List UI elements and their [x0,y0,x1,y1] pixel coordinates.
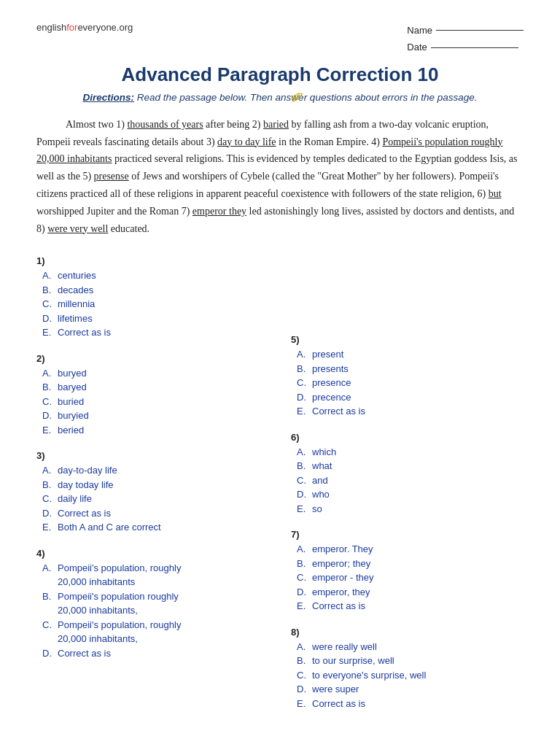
q6-number: 6) [291,432,524,443]
q6-option-a: A.which [291,445,524,460]
q8-option-d: D.were super [291,682,524,697]
q3-option-b: B.day today life [36,478,269,492]
site-name: englishforeveryone.org [36,22,133,33]
question-1: 1) A.centuries B.decades C.millennia D.l… [36,255,269,340]
date-label: Date [407,39,427,55]
q3-option-d: D.Correct as is [36,506,269,521]
questions-area: 1) A.centuries B.decades C.millennia D.l… [36,255,524,724]
q1-option-e: E.Correct as is [36,325,269,340]
q8-option-e: E.Correct as is [291,697,524,711]
q1-option-d: D.lifetimes [36,311,269,326]
pencil-icon: ✏ [286,86,307,109]
q4-option-b: B.Pompeii's population roughly20,000 inh… [36,589,269,618]
q4-option-c: C.Pompeii's population, roughly20,000 in… [36,618,269,646]
q6-option-d: D.who [291,487,524,502]
q2-number: 2) [36,353,269,364]
q6-option-c: C.and [291,473,524,488]
q3-option-a: A.day-to-day life [36,463,269,478]
q1-option-c: C.millennia [36,297,269,311]
q1-option-a: A.centuries [36,268,269,283]
q2-option-c: C.buried [36,395,269,409]
left-column: 1) A.centuries B.decades C.millennia D.l… [36,255,269,724]
question-5: 5) A.present B.presents C.presence D.pre… [291,334,524,419]
q1-option-b: B.decades [36,283,269,298]
q6-option-b: B.what [291,459,524,473]
q8-option-b: B.to our surprise, well [291,654,524,668]
name-line [436,30,524,31]
q7-number: 7) [291,529,524,540]
question-6: 6) A.which B.what C.and D.who E.so [291,432,524,516]
q3-number: 3) [36,450,269,461]
q8-number: 8) [291,627,524,638]
directions-label: Directions: [82,92,134,103]
q5-option-b: B.presents [291,362,524,376]
q1-number: 1) [36,255,269,266]
q2-option-d: D.buryied [36,409,269,423]
q5-option-c: C.presence [291,376,524,390]
passage-text: Almost two 1) thousands of years after b… [36,116,524,238]
q3-option-c: C.daily life [36,492,269,506]
q8-option-c: C.to everyone's surprise, well [291,668,524,683]
name-label: Name [407,22,432,39]
q4-option-a: A.Pompeii's population, roughly20,000 in… [36,561,269,589]
q2-option-b: B.baryed [36,380,269,395]
q5-option-d: D.precence [291,390,524,405]
q7-option-e: E.Correct as is [291,599,524,614]
directions-block: Directions: Read the passage below. Then… [36,92,524,103]
q8-option-a: A.were really well [291,640,524,654]
q7-option-b: B.emperor; they [291,557,524,571]
question-4: 4) A.Pompeii's population, roughly20,000… [36,548,269,661]
q4-number: 4) [36,548,269,559]
q5-option-a: A.present [291,347,524,362]
q3-option-e: E.Both A and C are correct [36,520,269,535]
question-3: 3) A.day-to-day life B.day today life C.… [36,450,269,535]
q2-option-a: A.buryed [36,366,269,381]
q5-number: 5) [291,334,524,345]
q4-option-d: D.Correct as is [36,646,269,661]
date-line [431,47,518,48]
q5-option-e: E.Correct as is [291,404,524,419]
q2-option-e: E.beried [36,423,269,438]
q7-option-a: A.emperor. They [291,542,524,557]
question-7: 7) A.emperor. They B.emperor; they C.emp… [291,529,524,614]
right-column: 5) A.present B.presents C.presence D.pre… [291,255,524,724]
q6-option-e: E.so [291,502,524,516]
question-2: 2) A.buryed B.baryed C.buried D.buryied … [36,353,269,438]
question-8: 8) A.were really well B.to our surprise,… [291,627,524,711]
page-title: Advanced Paragraph Correction 10 [36,63,524,86]
header: englishforeveryone.org Name Date [36,22,524,56]
q7-option-d: D.emperor, they [291,585,524,600]
q7-option-c: C.emperor - they [291,570,524,585]
name-date-block: Name Date [407,22,524,56]
